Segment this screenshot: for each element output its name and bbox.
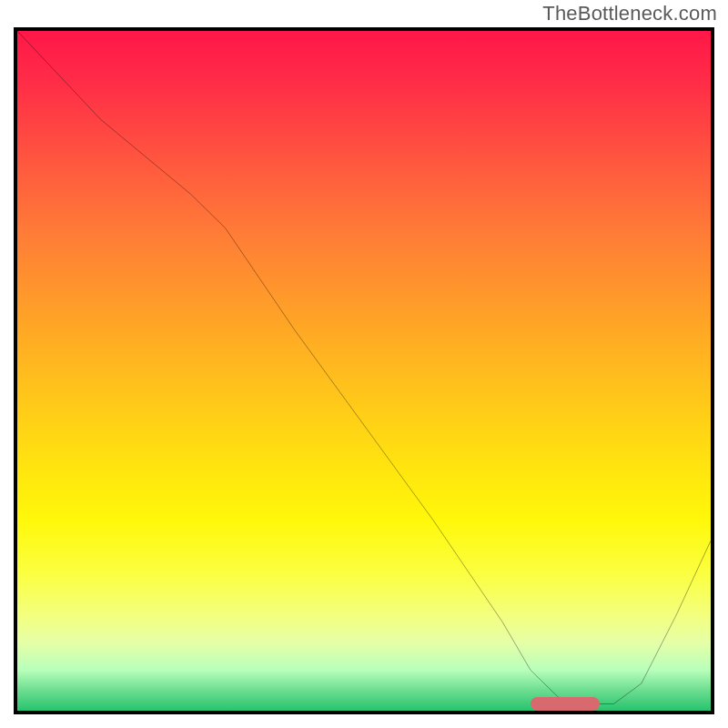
optimal-range-marker bbox=[531, 697, 600, 711]
chart-curve bbox=[17, 31, 711, 711]
curve-path bbox=[17, 31, 711, 704]
watermark-text: TheBottleneck.com bbox=[542, 2, 717, 25]
chart-plot-area bbox=[14, 27, 714, 714]
